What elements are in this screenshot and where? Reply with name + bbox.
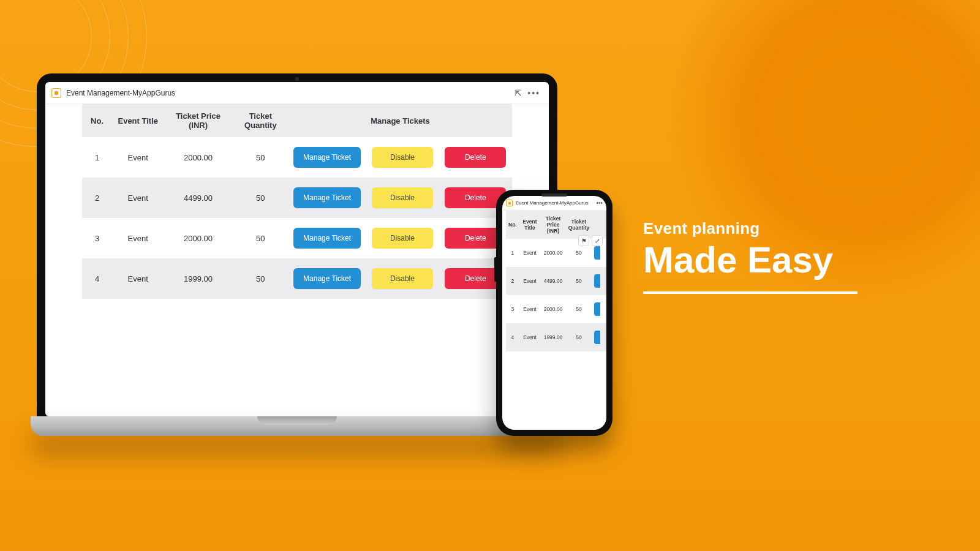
app-title: Event Management-MyAppGurus bbox=[66, 89, 511, 97]
expand-icon[interactable]: ⤢ bbox=[592, 235, 603, 246]
cell-no: 2 bbox=[506, 267, 519, 295]
app-logo-icon bbox=[506, 200, 513, 206]
phone-floating-actions: ⚑ ⤢ bbox=[578, 235, 603, 246]
cell-qty: 50 bbox=[233, 258, 288, 299]
phone-speaker bbox=[541, 193, 567, 197]
disable-button[interactable]: Disable bbox=[372, 228, 433, 249]
pin-icon[interactable]: ⇱ bbox=[511, 88, 525, 98]
cell-price: 2000.00 bbox=[164, 218, 232, 258]
phone-events-table: No. Event Title Ticket Price (INR) Ticke… bbox=[506, 211, 606, 351]
cell-price: 2000.00 bbox=[540, 239, 565, 267]
phone-mockup: Event Management-MyAppGurus ••• ⚑ ⤢ No. … bbox=[496, 190, 612, 436]
app-logo-icon bbox=[51, 88, 61, 98]
col-title: Event Title bbox=[519, 211, 541, 239]
cell-no: 4 bbox=[506, 323, 519, 351]
cell-no: 2 bbox=[82, 178, 112, 218]
delete-button[interactable]: Delete bbox=[445, 147, 506, 168]
more-icon[interactable]: ••• bbox=[525, 88, 543, 98]
cell-title: Event bbox=[112, 178, 164, 218]
cell-price: 1999.00 bbox=[164, 258, 232, 299]
laptop-mockup: Event Management-MyAppGurus ⇱ ••• No. Ev… bbox=[31, 73, 564, 436]
table-header-row: No. Event Title Ticket Price (INR) Ticke… bbox=[82, 104, 512, 137]
cell-no: 1 bbox=[506, 239, 519, 267]
cell-title: Event bbox=[112, 258, 164, 299]
table-row: 3 Event 2000.00 50 Manage Ticket Disable… bbox=[82, 218, 512, 258]
table-row: 3 Event 2000.00 50 bbox=[506, 295, 606, 323]
more-icon[interactable]: ••• bbox=[596, 200, 603, 206]
app-title: Event Management-MyAppGurus bbox=[516, 200, 596, 206]
manage-ticket-button[interactable]: Manage Ticket bbox=[293, 268, 361, 289]
cell-title: Event bbox=[519, 239, 541, 267]
cell-price: 1999.00 bbox=[540, 323, 565, 351]
manage-ticket-button[interactable]: Manage Ticket bbox=[293, 147, 361, 168]
manage-ticket-button[interactable]: Manage Ticket bbox=[293, 187, 361, 208]
events-table: No. Event Title Ticket Price (INR) Ticke… bbox=[82, 104, 512, 299]
manage-ticket-button[interactable] bbox=[594, 274, 600, 288]
cell-title: Event bbox=[112, 137, 164, 178]
cell-no: 3 bbox=[82, 218, 112, 258]
disable-button[interactable]: Disable bbox=[372, 187, 433, 208]
app-header: Event Management-MyAppGurus ⇱ ••• bbox=[45, 82, 549, 104]
table-row: 1 Event 2000.00 50 Manage Ticket Disable… bbox=[82, 137, 512, 178]
col-qty: Ticket Quantity bbox=[233, 104, 288, 137]
laptop-bezel: Event Management-MyAppGurus ⇱ ••• No. Ev… bbox=[37, 73, 557, 416]
cell-qty: 50 bbox=[566, 295, 592, 323]
table-row: 2 Event 4499.00 50 Manage Ticket Disable… bbox=[82, 178, 512, 218]
cell-no: 3 bbox=[506, 295, 519, 323]
col-no: No. bbox=[82, 104, 112, 137]
cell-title: Event bbox=[519, 295, 541, 323]
col-manage: Manage Tickets bbox=[288, 104, 512, 137]
phone-display: Event Management-MyAppGurus ••• ⚑ ⤢ No. … bbox=[502, 196, 606, 430]
headline-underline bbox=[643, 291, 858, 294]
cell-title: Event bbox=[112, 218, 164, 258]
manage-ticket-button[interactable] bbox=[594, 302, 600, 316]
phone-app-header: Event Management-MyAppGurus ••• bbox=[502, 196, 606, 211]
cell-price: 4499.00 bbox=[540, 267, 565, 295]
laptop-camera bbox=[37, 77, 557, 81]
col-price: Ticket Price (INR) bbox=[540, 211, 565, 239]
cell-title: Event bbox=[519, 323, 541, 351]
col-no: No. bbox=[506, 211, 519, 239]
cell-no: 4 bbox=[82, 258, 112, 299]
headline-small: Event planning bbox=[643, 219, 858, 238]
cell-qty: 50 bbox=[233, 218, 288, 258]
laptop-display: Event Management-MyAppGurus ⇱ ••• No. Ev… bbox=[45, 82, 549, 416]
flag-icon[interactable]: ⚑ bbox=[578, 235, 589, 246]
decorative-blob bbox=[588, 0, 980, 392]
table-row: 4 Event 1999.00 50 bbox=[506, 323, 606, 351]
manage-ticket-button[interactable]: Manage Ticket bbox=[293, 228, 361, 249]
cell-qty: 50 bbox=[566, 267, 592, 295]
cell-title: Event bbox=[519, 267, 541, 295]
cell-price: 2000.00 bbox=[164, 137, 232, 178]
phone-side-button bbox=[494, 257, 496, 282]
marketing-headline: Event planning Made Easy bbox=[643, 219, 858, 294]
disable-button[interactable]: Disable bbox=[372, 268, 433, 289]
cell-price: 2000.00 bbox=[540, 295, 565, 323]
cell-qty: 50 bbox=[566, 323, 592, 351]
headline-big: Made Easy bbox=[643, 241, 858, 288]
manage-ticket-button[interactable] bbox=[594, 331, 600, 344]
cell-no: 1 bbox=[82, 137, 112, 178]
phone-body: Event Management-MyAppGurus ••• ⚑ ⤢ No. … bbox=[496, 190, 612, 436]
disable-button[interactable]: Disable bbox=[372, 147, 433, 168]
manage-ticket-button[interactable] bbox=[594, 246, 600, 260]
cell-qty: 50 bbox=[233, 137, 288, 178]
table-row: 2 Event 4499.00 50 bbox=[506, 267, 606, 295]
col-title: Event Title bbox=[112, 104, 164, 137]
cell-price: 4499.00 bbox=[164, 178, 232, 218]
laptop-base bbox=[31, 416, 564, 436]
table-row: 4 Event 1999.00 50 Manage Ticket Disable… bbox=[82, 258, 512, 299]
events-table-area: No. Event Title Ticket Price (INR) Ticke… bbox=[45, 104, 549, 416]
laptop-notch bbox=[257, 416, 337, 425]
col-price: Ticket Price (INR) bbox=[164, 104, 232, 137]
phone-table-area: ⚑ ⤢ No. Event Title Ticket Price (INR) T… bbox=[502, 211, 606, 430]
cell-qty: 50 bbox=[233, 178, 288, 218]
